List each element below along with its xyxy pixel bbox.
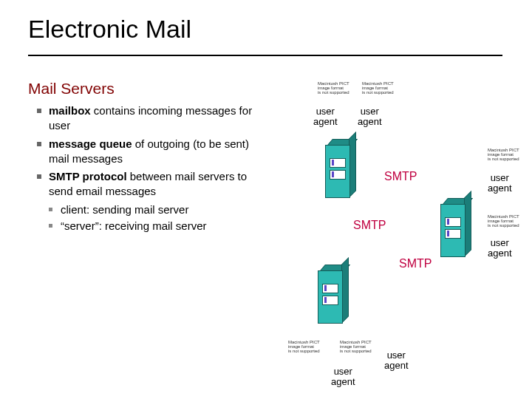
user-agent-label-3: useragent [488,173,512,194]
pict-missing-2: Macintosh PICTimage formatis not support… [362,81,396,95]
bullet-smtp-bold: SMTP protocol [49,170,127,183]
bullet-mailbox: mailbox contains incoming messages for u… [37,103,266,134]
pict-missing-4: Macintosh PICTimage formatis not support… [488,214,522,228]
user-agent-label-6: useragent [331,366,355,388]
user-agent-label-5: useragent [384,350,409,372]
smtp-label-1: SMTP [384,170,417,183]
title-underline [28,55,502,56]
bullet-smtp-protocol: SMTP protocol between mail servers to se… [37,169,266,200]
pict-missing-5: Macintosh PICTimage formatis not support… [288,340,322,353]
user-agent-label-2: useragent [358,106,382,128]
bullet-client: client: sending mail server [37,202,266,217]
bullet-message-queue: message queue of outgoing (to be sent) m… [37,137,266,167]
slide-title: Electronic Mail [28,15,191,44]
slide: Electronic Mail Mail Servers mailbox con… [0,0,532,399]
user-agent-label-4: useragent [488,238,512,259]
pict-missing-1: Macintosh PICTimage formatis not support… [318,81,352,95]
pict-missing-6: Macintosh PICTimage formatis not support… [340,340,374,353]
bullet-server: “server”: receiving mail server [37,219,266,233]
mail-server-icon-1 [325,139,355,198]
pict-missing-3: Macintosh PICTimage formatis not support… [488,148,522,161]
smtp-label-3: SMTP [399,257,432,270]
user-agent-label-1: useragent [313,106,338,128]
mail-server-icon-3 [318,265,347,324]
architecture-diagram: Macintosh PICTimage formatis not support… [273,74,525,392]
bullet-list: mailbox contains incoming messages for u… [37,103,266,235]
subheading: Mail Servers [28,80,115,98]
smtp-label-2: SMTP [353,219,386,232]
bullet-mailbox-bold: mailbox [49,104,91,117]
mail-server-icon-2 [440,198,470,257]
bullet-queue-bold: message queue [49,137,132,150]
